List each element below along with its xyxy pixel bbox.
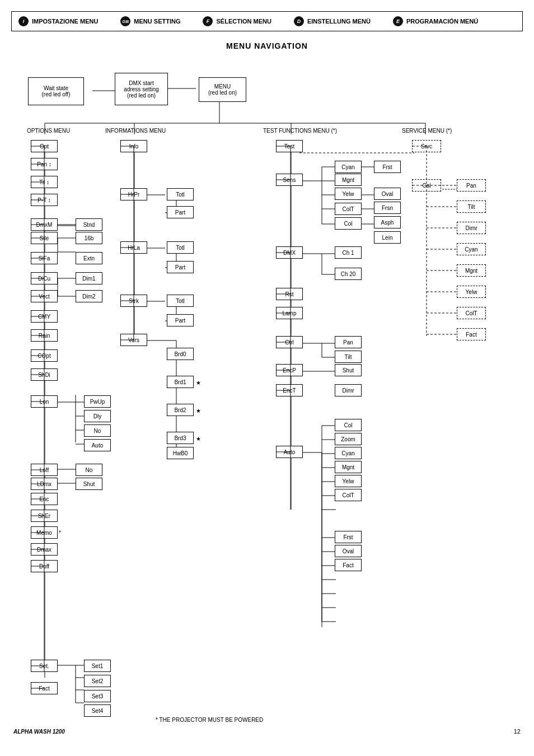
box-copt: COpt	[31, 349, 58, 362]
footer: ALPHA WASH 1200 12	[11, 728, 523, 735]
box-strk: Strk	[120, 295, 147, 307]
box-dimr-enct: Dimr	[335, 384, 362, 396]
box-enct: EncT	[276, 384, 303, 396]
header-item-GB: GB MENU SETTING	[120, 16, 180, 26]
label-E: PROGRAMACIÓN MENÚ	[406, 18, 478, 25]
label-I: IMPOSTAZIONE MENU	[32, 18, 98, 25]
header-item-F: F SÉLECTION MENU	[203, 16, 271, 26]
box-mgnt-auto: Mgnt	[335, 461, 362, 473]
box-tilt-service: Tilt	[457, 200, 486, 213]
box-tilt-ctrl: Tilt	[335, 351, 362, 363]
menu-diagram: Wait state(red led off) DMX startadress …	[11, 62, 521, 722]
box-cyan-sens: Cyan	[335, 161, 362, 173]
box-dicu: DiCu	[31, 272, 58, 284]
box-opt: Opt	[31, 140, 58, 152]
box-frst-auto: Frst	[335, 531, 362, 543]
box-dmx-test: DMX	[276, 246, 303, 259]
box-brd3: Brd3	[167, 432, 194, 444]
memo-star: *	[59, 530, 61, 536]
box-sifa: SiFa	[31, 252, 58, 264]
header: I IMPOSTAZIONE MENU GB MENU SETTING F SÉ…	[11, 11, 523, 31]
box-pt: P-T ↕	[31, 194, 58, 206]
star-note: * THE PROJECTOR MUST BE POWERED	[156, 717, 263, 723]
box-memo: Memo	[31, 526, 58, 539]
box-lon: Lon	[31, 395, 58, 408]
box-brd1: Brd1	[167, 376, 194, 388]
page-title: MENU NAVIGATION	[11, 41, 523, 50]
diagram-lines	[11, 62, 521, 722]
box-cyan-auto: Cyan	[335, 447, 362, 459]
brd2-star: ★	[196, 408, 201, 414]
header-item-E: E PROGRAMACIÓN MENÚ	[393, 16, 478, 26]
section-options: OPTIONS MENU	[27, 128, 70, 134]
box-shdi: ShDi	[31, 368, 58, 381]
box-ldmx: LDmx	[31, 478, 58, 490]
box-sens: Sens	[276, 174, 303, 186]
box-vect: Vect	[31, 290, 58, 302]
box-wait-state: Wait state(red led off)	[28, 77, 84, 105]
box-cyan-service: Cyan	[457, 243, 486, 255]
box-test: Test	[276, 140, 303, 152]
section-informations: INFORMATIONS MENU	[105, 128, 166, 134]
box-auto-lon: Auto	[84, 439, 111, 451]
box-pwup: PwUp	[84, 395, 111, 408]
box-part-hrla: Part	[167, 261, 194, 273]
brd3-star: ★	[196, 436, 201, 442]
box-menu: MENU(red led on)	[199, 77, 246, 102]
box-yelw-auto: Yelw	[335, 475, 362, 487]
box-sher: ShEr	[31, 510, 58, 522]
box-ch1: Ch 1	[335, 246, 362, 259]
badge-D: D	[294, 16, 304, 26]
box-til: Til ↕	[31, 176, 58, 188]
box-set1: Set1	[84, 660, 111, 672]
footer-page: 12	[514, 728, 521, 735]
box-colt-auto: ColT	[335, 489, 362, 501]
box-auto-test: Auto	[276, 446, 303, 458]
box-pan-service: Pan	[457, 179, 486, 192]
box-part-strk: Part	[167, 314, 194, 326]
box-fact-service: Fact	[335, 559, 362, 571]
box-col-sens: Col	[335, 217, 362, 230]
box-set2: Set2	[84, 675, 111, 687]
box-enc: Enc	[31, 493, 58, 505]
box-hrla: HrLa	[120, 241, 147, 254]
box-cal: Cal	[412, 179, 441, 192]
box-cmy: CMY	[31, 310, 58, 323]
box-no-loff: No	[76, 464, 102, 476]
box-dmx-start: DMX startadress setting(red led on)	[115, 73, 168, 105]
box-dim2: Dim2	[76, 290, 102, 302]
box-no-lon: No	[84, 424, 111, 437]
box-mgnt-service: Mgnt	[457, 264, 486, 277]
box-dmax: Dmax	[31, 543, 58, 556]
box-srvc: Srvc	[412, 140, 441, 152]
box-ctrl: Ctrl	[276, 336, 303, 348]
box-yelw-service: Yelw	[457, 286, 486, 298]
badge-F: F	[203, 16, 213, 26]
box-stnd: Stnd	[76, 218, 102, 231]
box-doff: Doff	[31, 560, 58, 572]
box-asph: Asph	[374, 216, 401, 228]
box-zoom-auto: Zoom	[335, 433, 362, 445]
badge-E: E	[393, 16, 403, 26]
label-D: EINSTELLUNG MENÜ	[307, 18, 371, 25]
box-mgnt-sens: Mgnt	[335, 174, 362, 186]
box-info: Info	[120, 140, 147, 152]
box-16b: 16b	[76, 232, 102, 244]
box-frsn: Frsn	[374, 202, 401, 214]
header-item-D: D EINSTELLUNG MENÜ	[294, 16, 371, 26]
box-shut-encp: Shut	[335, 364, 362, 376]
box-oval-sens: Oval	[374, 188, 401, 200]
box-col-auto: Col	[335, 419, 362, 431]
section-service: SERVICE MENU (*)	[402, 128, 452, 134]
box-totl-hrpr: Totl	[167, 188, 194, 200]
box-shut-ldmx: Shut	[76, 478, 102, 490]
box-lein: Lein	[374, 231, 401, 244]
box-dimr-service: Dimr	[457, 222, 486, 234]
box-fact: Fact	[31, 682, 58, 694]
box-encp: EncP	[276, 364, 303, 376]
label-F: SÉLECTION MENU	[216, 18, 271, 25]
box-dim1: Dim1	[76, 272, 102, 284]
box-extn: Extn	[76, 252, 102, 264]
box-dly: Dly	[84, 410, 111, 422]
box-pan-ctrl: Pan	[335, 336, 362, 348]
